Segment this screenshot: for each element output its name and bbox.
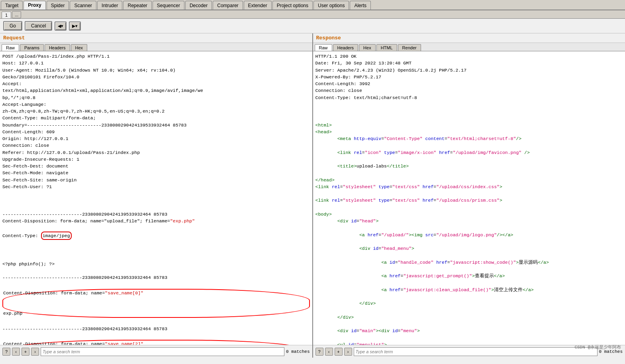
subtab-bar: 1 ...: [0, 10, 625, 19]
subtab-dots[interactable]: ...: [12, 11, 21, 18]
tab-decoder[interactable]: Decoder: [185, 1, 212, 10]
cancel-button[interactable]: Cancel: [25, 21, 52, 31]
tab-proxy[interactable]: Proxy: [24, 1, 45, 10]
tab-alerts[interactable]: Alerts: [350, 1, 371, 10]
request-tab-raw[interactable]: Raw: [2, 44, 19, 51]
watermark: CSDN @永远是少年阿布: [574, 344, 621, 350]
tab-intruder[interactable]: Intruder: [97, 1, 122, 10]
request-search-help[interactable]: ?: [2, 348, 10, 356]
tab-scanner[interactable]: Scanner: [70, 1, 96, 10]
request-search-add[interactable]: +: [22, 348, 29, 356]
back-button[interactable]: ◀▾: [55, 21, 67, 31]
main-content: Request Raw Params Headers Hex POST /upl…: [0, 33, 625, 358]
tab-spider[interactable]: Spider: [47, 1, 69, 10]
tab-user-options[interactable]: User options: [313, 1, 349, 10]
response-tab-html[interactable]: HTML: [376, 44, 397, 51]
request-tab-params[interactable]: Params: [20, 44, 44, 51]
response-text: HTTP/1.1 200 OKDate: Fri, 30 Sep 2022 13…: [315, 53, 623, 345]
go-button[interactable]: Go: [3, 21, 22, 31]
response-search-add[interactable]: +: [335, 348, 343, 356]
tab-project-options[interactable]: Project options: [272, 1, 313, 10]
request-match-count: 0 matches: [286, 349, 310, 354]
response-tabs: Raw Headers Hex HTML Render: [313, 43, 625, 51]
response-tab-render[interactable]: Render: [398, 44, 421, 51]
request-content[interactable]: POST /upload/Pass-21/index.php HTTP/1.1H…: [0, 51, 312, 345]
tab-target[interactable]: Target: [1, 1, 23, 10]
request-panel: Request Raw Params Headers Hex POST /upl…: [0, 33, 313, 358]
request-tabs: Raw Params Headers Hex: [0, 43, 312, 51]
request-tab-hex[interactable]: Hex: [71, 44, 88, 51]
response-search-help[interactable]: ?: [315, 348, 323, 356]
request-search-next[interactable]: ›: [31, 348, 39, 356]
request-search-prev[interactable]: ‹: [12, 348, 20, 356]
request-search-bar: ? ‹ + › 0 matches: [0, 345, 312, 358]
tab-extender[interactable]: Extender: [244, 1, 272, 10]
top-tab-bar: Target Proxy Spider Scanner Intruder Rep…: [0, 0, 625, 10]
response-search-next[interactable]: ›: [344, 348, 352, 356]
response-content[interactable]: HTTP/1.1 200 OKDate: Fri, 30 Sep 2022 13…: [313, 51, 625, 345]
response-tab-raw[interactable]: Raw: [315, 44, 332, 51]
toolbar: Go Cancel ◀▾ ▶▾: [0, 19, 625, 33]
response-tab-headers[interactable]: Headers: [333, 44, 359, 51]
response-tab-hex[interactable]: Hex: [359, 44, 376, 51]
request-tab-headers[interactable]: Headers: [45, 44, 70, 51]
request-search-input[interactable]: [41, 347, 284, 356]
tab-repeater[interactable]: Repeater: [123, 1, 151, 10]
response-panel: Response Raw Headers Hex HTML Render HTT…: [313, 33, 625, 358]
tab-sequencer[interactable]: Sequencer: [153, 1, 184, 10]
response-search-prev[interactable]: ‹: [325, 348, 333, 356]
response-search-input[interactable]: [354, 347, 598, 356]
request-text: POST /upload/Pass-21/index.php HTTP/1.1H…: [2, 53, 310, 345]
request-title: Request: [0, 33, 312, 43]
response-title: Response: [313, 33, 625, 43]
forward-button[interactable]: ▶▾: [69, 21, 81, 31]
tab-comparer[interactable]: Comparer: [213, 1, 243, 10]
subtab-1[interactable]: 1: [2, 12, 11, 18]
